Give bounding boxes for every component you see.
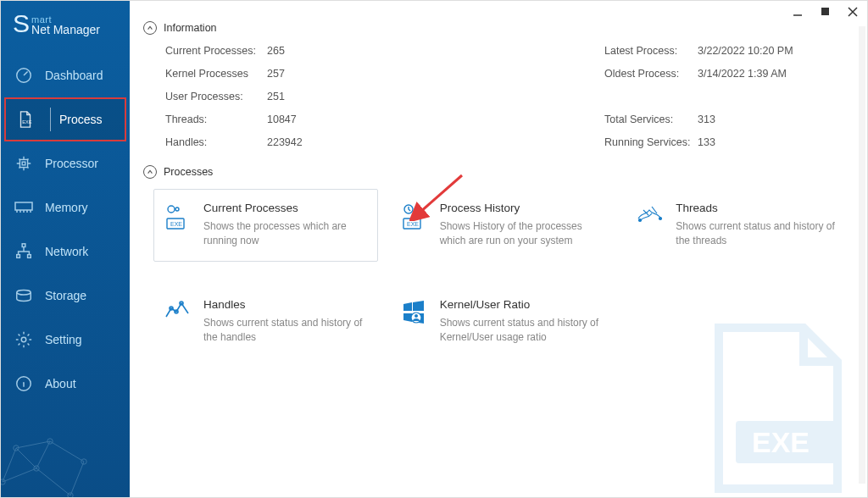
sidebar-item-label: Network	[45, 245, 88, 258]
cpu-icon	[13, 152, 35, 174]
exe-gear-icon: EXE	[164, 203, 192, 249]
info-key: Kernel Processes	[165, 68, 267, 80]
info-key: Current Processes:	[165, 45, 267, 57]
card-description: Shows current status and history of Kern…	[440, 316, 605, 346]
info-value: 257	[267, 68, 386, 80]
svg-point-26	[639, 219, 642, 222]
card-description: Shows History of the processes which are…	[440, 219, 605, 249]
svg-point-19	[168, 206, 175, 213]
sidebar-item-memory[interactable]: Memory	[1, 185, 130, 230]
info-value: 313	[698, 113, 850, 125]
sidebar-item-label: Setting	[45, 333, 82, 346]
maximize-button[interactable]	[818, 4, 833, 19]
sidebar-decoration-icon	[1, 387, 111, 497]
brand-bottom: Net Manager	[31, 23, 100, 36]
svg-point-27	[659, 218, 662, 220]
sidebar-item-process[interactable]: EXE Process	[4, 97, 126, 141]
svg-rect-2	[19, 159, 27, 167]
card-title: Kernel/User Ratio	[440, 298, 605, 311]
network-icon	[13, 241, 35, 263]
svg-point-32	[415, 314, 418, 318]
close-button[interactable]	[845, 4, 860, 19]
window-controls	[791, 4, 860, 19]
vertical-scrollbar[interactable]	[859, 26, 865, 484]
info-key: User Processes:	[165, 91, 267, 102]
collapse-toggle[interactable]	[143, 165, 157, 179]
sidebar-item-label: Dashboard	[45, 69, 103, 82]
info-value: 265	[267, 45, 386, 57]
svg-rect-4	[15, 202, 32, 210]
exe-file-icon: EXE	[14, 108, 36, 130]
card-kernel-user-ratio[interactable]: Kernel/User Ratio Shows current status a…	[390, 285, 615, 358]
sidebar: S mart Net Manager Dashboard EXE Process	[1, 1, 130, 497]
information-section-title: Information	[164, 22, 217, 34]
info-key: Handles:	[165, 136, 267, 148]
processes-section-title: Processes	[164, 166, 213, 178]
exe-watermark-icon: EXE	[698, 319, 859, 497]
svg-rect-7	[28, 255, 31, 258]
info-key: Oldest Process:	[604, 68, 698, 80]
info-value: 3/22/2022 10:20 PM	[698, 45, 850, 57]
info-value: 223942	[267, 136, 386, 148]
sidebar-item-processor[interactable]: Processor	[1, 141, 130, 185]
svg-point-8	[17, 290, 31, 296]
info-key: Latest Process:	[604, 45, 698, 57]
sidebar-active-separator	[50, 108, 51, 131]
info-value: 251	[267, 91, 386, 102]
svg-rect-6	[17, 255, 20, 258]
processes-section-header: Processes	[143, 165, 850, 179]
gauge-icon	[13, 64, 35, 86]
sidebar-item-storage[interactable]: Storage	[1, 274, 130, 318]
information-section-header: Information	[143, 21, 850, 35]
card-description: Shows the processes which are running no…	[203, 219, 369, 249]
minimize-button[interactable]	[791, 4, 806, 19]
sidebar-item-label: Process	[59, 113, 103, 126]
gear-icon	[13, 329, 35, 351]
info-value: 3/14/2022 1:39 AM	[698, 68, 850, 80]
svg-rect-18	[821, 8, 829, 15]
windows-user-icon	[401, 300, 428, 346]
main-content: Information Current Processes: 265 Lates…	[130, 1, 867, 497]
svg-text:EXE: EXE	[22, 119, 31, 125]
svg-point-20	[175, 208, 179, 211]
info-key: Running Services:	[604, 136, 698, 148]
threads-icon	[637, 203, 664, 249]
card-title: Threads	[676, 202, 841, 214]
card-title: Handles	[203, 298, 369, 311]
svg-point-9	[21, 337, 26, 342]
sidebar-nav: Dashboard EXE Process Processor Memo	[1, 53, 130, 406]
card-description: Shows current status and history of the …	[203, 316, 369, 346]
card-handles[interactable]: Handles Shows current status and history…	[153, 285, 378, 358]
card-threads[interactable]: Threads Shows current status and history…	[626, 189, 850, 262]
app-brand: S mart Net Manager	[1, 1, 130, 53]
sidebar-item-setting[interactable]: Setting	[1, 318, 130, 362]
sidebar-item-label: Storage	[45, 289, 86, 302]
brand-letter: S	[13, 13, 30, 35]
card-title: Process History	[440, 202, 605, 214]
svg-rect-3	[22, 162, 25, 165]
card-current-processes[interactable]: EXE Current Processes Shows the processe…	[153, 189, 378, 262]
sidebar-item-dashboard[interactable]: Dashboard	[1, 53, 130, 97]
card-title: Current Processes	[203, 202, 369, 214]
sidebar-item-label: Memory	[45, 201, 88, 214]
info-key: Threads:	[165, 113, 267, 125]
svg-text:EXE: EXE	[170, 221, 182, 227]
info-value: 10847	[267, 113, 386, 125]
exe-clock-icon: EXE	[401, 203, 428, 249]
info-value: 133	[698, 136, 850, 148]
card-description: Shows current status and history of the …	[676, 219, 841, 249]
sidebar-item-label: Processor	[45, 157, 98, 170]
information-grid: Current Processes: 265 Latest Process: 3…	[165, 45, 850, 148]
handles-chart-icon	[164, 300, 192, 346]
card-process-history[interactable]: EXE Process History Shows History of the…	[390, 189, 615, 262]
svg-text:EXE: EXE	[752, 426, 810, 458]
svg-rect-5	[22, 244, 25, 247]
storage-icon	[13, 285, 35, 307]
memory-icon	[13, 196, 35, 219]
info-key: Total Services:	[604, 113, 698, 125]
svg-text:EXE: EXE	[407, 221, 419, 227]
sidebar-item-network[interactable]: Network	[1, 230, 130, 274]
collapse-toggle[interactable]	[143, 21, 157, 35]
